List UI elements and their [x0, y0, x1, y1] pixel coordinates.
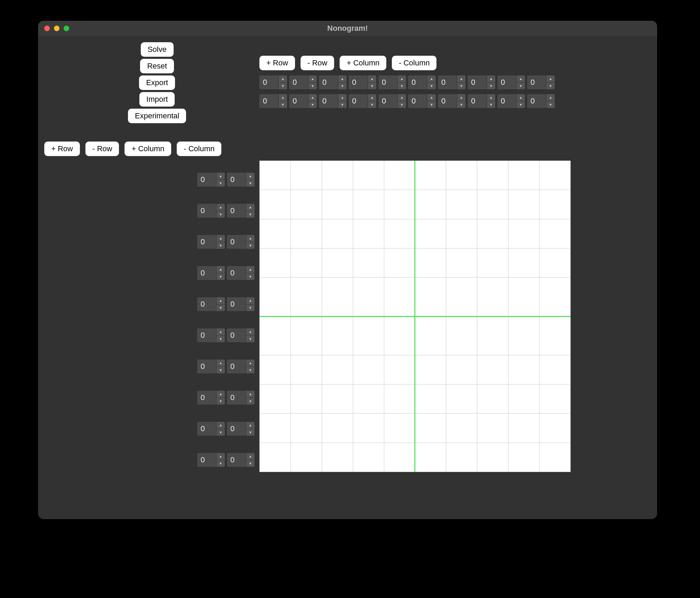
stepper-up-icon[interactable]: ▲	[246, 297, 255, 305]
grid-cell[interactable]	[384, 443, 415, 472]
grid-cell[interactable]	[291, 161, 322, 190]
clue-spinner-col-0-0[interactable]: 0▲▼	[259, 75, 287, 89]
grid-cell[interactable]	[291, 414, 322, 443]
grid-cell[interactable]	[291, 278, 322, 316]
grid-cell[interactable]	[446, 414, 477, 443]
clue-spinner-col-3-0[interactable]: 0▲▼	[349, 75, 376, 89]
stepper-up-icon[interactable]: ▲	[546, 94, 555, 101]
clue-spinner-col-7-1[interactable]: 0▲▼	[468, 94, 495, 108]
clue-spinner-row-5-0[interactable]: 0▲▼	[197, 328, 225, 342]
stepper-up-icon[interactable]: ▲	[279, 94, 287, 101]
grid-cell[interactable]	[477, 161, 508, 190]
grid-cell[interactable]	[415, 316, 446, 355]
grid-cell[interactable]	[508, 161, 540, 190]
stepper-up-icon[interactable]: ▲	[487, 94, 495, 101]
stepper-down-icon[interactable]: ▼	[246, 180, 255, 187]
stepper-down-icon[interactable]: ▼	[217, 460, 225, 467]
row-remove-col-button[interactable]: - Column	[177, 142, 221, 156]
grid-cell[interactable]	[446, 190, 477, 219]
clue-spinner-row-8-1[interactable]: 0▲▼	[227, 422, 255, 436]
grid-cell[interactable]	[446, 219, 477, 248]
grid-cell[interactable]	[322, 219, 353, 248]
stepper-up-icon[interactable]: ▲	[338, 75, 347, 83]
col-remove-row-button[interactable]: - Row	[301, 56, 334, 70]
stepper-down-icon[interactable]: ▼	[217, 305, 225, 311]
stepper-down-icon[interactable]: ▼	[517, 101, 525, 108]
clue-spinner-col-8-1[interactable]: 0▲▼	[497, 94, 525, 108]
stepper-down-icon[interactable]: ▼	[246, 398, 255, 405]
grid-cell[interactable]	[260, 278, 291, 316]
clue-spinner-row-0-0[interactable]: 0▲▼	[197, 173, 225, 187]
nonogram-grid[interactable]	[259, 161, 571, 472]
clue-spinner-row-9-0[interactable]: 0▲▼	[197, 453, 225, 467]
grid-cell[interactable]	[353, 161, 384, 190]
grid-cell[interactable]	[384, 384, 415, 414]
stepper-up-icon[interactable]: ▲	[217, 297, 225, 305]
import-button[interactable]: Import	[139, 92, 175, 107]
clue-spinner-col-5-0[interactable]: 0▲▼	[408, 75, 436, 89]
grid-cell[interactable]	[260, 190, 291, 219]
stepper-down-icon[interactable]: ▼	[246, 305, 255, 311]
grid-cell[interactable]	[540, 161, 571, 190]
grid-cell[interactable]	[446, 316, 477, 355]
clue-spinner-row-3-1[interactable]: 0▲▼	[227, 266, 255, 280]
grid-cell[interactable]	[353, 219, 384, 248]
clue-spinner-col-2-0[interactable]: 0▲▼	[319, 75, 347, 89]
clue-spinner-row-2-1[interactable]: 0▲▼	[227, 235, 255, 249]
col-add-col-button[interactable]: + Column	[340, 56, 386, 70]
grid-cell[interactable]	[415, 278, 446, 316]
stepper-down-icon[interactable]: ▼	[246, 429, 255, 436]
clue-spinner-col-8-0[interactable]: 0▲▼	[497, 75, 525, 89]
grid-cell[interactable]	[322, 443, 353, 472]
clue-spinner-row-1-1[interactable]: 0▲▼	[227, 204, 255, 218]
grid-cell[interactable]	[322, 161, 353, 190]
grid-cell[interactable]	[446, 384, 477, 414]
grid-cell[interactable]	[260, 355, 291, 384]
stepper-down-icon[interactable]: ▼	[217, 211, 225, 218]
grid-cell[interactable]	[477, 414, 508, 443]
grid-cell[interactable]	[477, 316, 508, 355]
grid-cell[interactable]	[508, 316, 540, 355]
stepper-down-icon[interactable]: ▼	[368, 83, 376, 90]
stepper-down-icon[interactable]: ▼	[517, 83, 525, 90]
stepper-up-icon[interactable]: ▲	[457, 94, 466, 101]
grid-cell[interactable]	[291, 248, 322, 277]
grid-cell[interactable]	[477, 248, 508, 277]
grid-cell[interactable]	[540, 384, 571, 414]
stepper-down-icon[interactable]: ▼	[487, 83, 495, 90]
grid-cell[interactable]	[540, 355, 571, 384]
grid-cell[interactable]	[353, 248, 384, 277]
grid-cell[interactable]	[446, 443, 477, 472]
stepper-up-icon[interactable]: ▲	[398, 75, 406, 83]
grid-cell[interactable]	[508, 190, 540, 219]
grid-cell[interactable]	[384, 355, 415, 384]
clue-spinner-row-4-0[interactable]: 0▲▼	[197, 297, 225, 311]
grid-cell[interactable]	[353, 190, 384, 219]
grid-cell[interactable]	[415, 384, 446, 414]
stepper-down-icon[interactable]: ▼	[246, 460, 255, 467]
stepper-down-icon[interactable]: ▼	[217, 429, 225, 436]
grid-cell[interactable]	[477, 443, 508, 472]
clue-spinner-row-9-1[interactable]: 0▲▼	[227, 453, 255, 467]
stepper-up-icon[interactable]: ▲	[246, 328, 255, 336]
stepper-down-icon[interactable]: ▼	[546, 101, 555, 108]
stepper-down-icon[interactable]: ▼	[338, 83, 347, 90]
grid-cell[interactable]	[540, 316, 571, 355]
stepper-down-icon[interactable]: ▼	[246, 211, 255, 218]
window-minimize-button[interactable]	[54, 26, 59, 31]
stepper-down-icon[interactable]: ▼	[398, 101, 406, 108]
grid-cell[interactable]	[260, 384, 291, 414]
grid-cell[interactable]	[415, 248, 446, 277]
grid-cell[interactable]	[353, 278, 384, 316]
grid-cell[interactable]	[353, 355, 384, 384]
stepper-up-icon[interactable]: ▲	[217, 360, 225, 367]
stepper-up-icon[interactable]: ▲	[308, 94, 317, 101]
grid-cell[interactable]	[353, 384, 384, 414]
clue-spinner-col-6-0[interactable]: 0▲▼	[438, 75, 466, 89]
stepper-up-icon[interactable]: ▲	[217, 422, 225, 429]
grid-cell[interactable]	[291, 443, 322, 472]
stepper-up-icon[interactable]: ▲	[338, 94, 347, 101]
grid-cell[interactable]	[291, 384, 322, 414]
grid-cell[interactable]	[415, 190, 446, 219]
grid-cell[interactable]	[415, 219, 446, 248]
